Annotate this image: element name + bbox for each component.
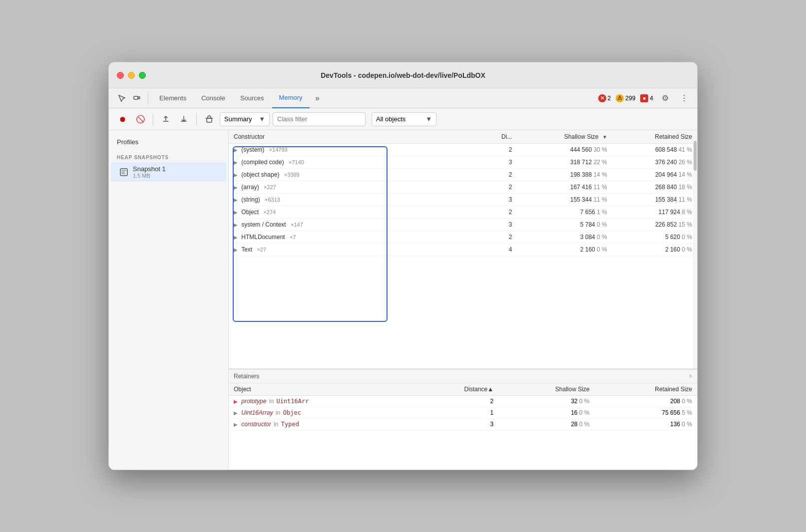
row-count: ×7 <box>290 234 296 240</box>
retainer-row[interactable]: ▶ constructor in Typed 3 28 0 % 136 0 % <box>229 419 697 430</box>
scrollbar-thumb[interactable] <box>694 141 697 171</box>
error-icon: ✕ <box>598 94 606 102</box>
col-shallow-size[interactable]: Shallow Size ▼ <box>517 130 612 144</box>
more-tabs-button[interactable]: » <box>311 91 325 105</box>
collect-garbage-button[interactable] <box>202 112 217 127</box>
row-count: ×147 <box>291 222 303 228</box>
col-retained-size[interactable]: Retained Size <box>612 130 697 144</box>
cursor-icon[interactable] <box>115 91 129 105</box>
tab-memory[interactable]: Memory <box>272 88 310 108</box>
row-name: HTMLDocument <box>241 234 285 241</box>
upload-button[interactable] <box>158 112 173 127</box>
row-distance: 2 <box>480 231 517 244</box>
tab-console[interactable]: Console <box>194 88 232 108</box>
table-row[interactable]: ▶ HTMLDocument ×7 2 3 084 0 % 5 620 0 % <box>229 231 697 244</box>
record-button[interactable]: ⏺ <box>115 112 130 127</box>
toolbar-divider-1 <box>148 92 148 104</box>
table-row[interactable]: ▶ (system) ×14793 2 444 560 30 % 608 548… <box>229 144 697 156</box>
svg-rect-2 <box>207 118 212 122</box>
col-constructor[interactable]: Constructor <box>229 130 480 144</box>
row-retained-size: 5 620 0 % <box>612 231 697 244</box>
row-retained-size: 117 924 8 % <box>612 206 697 219</box>
expand-icon[interactable]: ▶ <box>234 247 238 253</box>
close-button[interactable] <box>117 72 124 79</box>
summary-dropdown-icon: ▼ <box>259 115 265 123</box>
minimize-button[interactable] <box>128 72 135 79</box>
row-distance: 3 <box>480 156 517 169</box>
retainers-section: Retainers ≡ Object Distance▲ <box>229 370 697 470</box>
warning-icon: ⚠ <box>616 94 624 102</box>
class-filter-input[interactable] <box>273 112 366 126</box>
table-row[interactable]: ▶ (string) ×6313 3 155 344 11 % 155 384 … <box>229 194 697 206</box>
row-retained-size: 155 384 11 % <box>612 194 697 206</box>
expand-icon[interactable]: ▶ <box>234 197 238 203</box>
retainers-table-wrapper[interactable]: Object Distance▲ Shallow Size Retained S… <box>229 383 697 470</box>
retainer-ref: in <box>274 421 280 428</box>
row-count: ×6313 <box>265 197 280 203</box>
snapshot-name: Snapshot 1 <box>133 165 166 173</box>
svg-rect-1 <box>138 97 140 99</box>
table-row[interactable]: ▶ (object shape) ×3389 2 198 388 14 % 20… <box>229 169 697 181</box>
tab-sources[interactable]: Sources <box>233 88 271 108</box>
main-table: Constructor Di... Shallow Size ▼ Retaine… <box>229 130 697 256</box>
summary-select[interactable]: Summary ▼ <box>220 112 270 126</box>
retainer-distance: 3 <box>413 419 498 430</box>
expand-icon[interactable]: ▶ <box>234 172 238 178</box>
scrollbar-track[interactable] <box>693 130 697 368</box>
sidebar-title: Profiles <box>109 136 228 151</box>
action-divider-2 <box>196 113 197 125</box>
expand-icon[interactable]: ▶ <box>234 185 238 190</box>
retainer-retained-size: 75 656 5 % <box>595 407 697 419</box>
retainer-expand-icon[interactable]: ▶ <box>234 399 238 404</box>
row-count: ×227 <box>264 184 276 190</box>
ret-col-shallow-size[interactable]: Shallow Size <box>498 383 594 396</box>
row-name: Object <box>241 209 259 216</box>
retainer-expand-icon[interactable]: ▶ <box>234 410 238 416</box>
maximize-button[interactable] <box>139 72 146 79</box>
settings-icon[interactable]: ⚙ <box>658 91 672 105</box>
expand-icon[interactable]: ▶ <box>234 160 238 165</box>
info-icon: ■ <box>640 94 648 102</box>
info-badge[interactable]: ■ 4 <box>640 94 653 102</box>
ret-col-object[interactable]: Object <box>229 383 413 396</box>
retainer-object-cell: ▶ Uint16Array in Objec <box>229 407 413 419</box>
stop-button[interactable]: 🚫 <box>133 112 148 127</box>
objects-select[interactable]: All objects ▼ <box>372 112 436 126</box>
expand-icon[interactable]: ▶ <box>234 210 238 215</box>
table-row[interactable]: ▶ Text ×27 4 2 160 0 % 2 160 0 % <box>229 244 697 256</box>
table-row[interactable]: ▶ (compiled code) ×7140 3 318 712 22 % 3… <box>229 156 697 169</box>
row-distance: 2 <box>480 181 517 194</box>
retainer-shallow-size: 32 0 % <box>498 396 594 407</box>
expand-icon[interactable]: ▶ <box>234 235 238 240</box>
snapshot-size: 1.5 MB <box>133 173 166 179</box>
main-table-wrapper[interactable]: Constructor Di... Shallow Size ▼ Retaine… <box>229 130 697 370</box>
table-row[interactable]: ▶ Object ×274 2 7 656 1 % 117 924 8 % <box>229 206 697 219</box>
heap-snapshots-label: HEAP SNAPSHOTS <box>109 151 228 162</box>
row-shallow-size: 5 784 0 % <box>517 219 612 231</box>
row-count: ×3389 <box>284 172 300 178</box>
retainer-expand-icon[interactable]: ▶ <box>234 422 238 427</box>
row-name: (string) <box>241 196 260 203</box>
row-count: ×274 <box>263 209 276 215</box>
retainers-table: Object Distance▲ Shallow Size Retained S… <box>229 383 697 430</box>
table-row[interactable]: ▶ system / Context ×147 3 5 784 0 % 226 … <box>229 219 697 231</box>
row-shallow-size: 198 388 14 % <box>517 169 612 181</box>
tab-elements[interactable]: Elements <box>152 88 193 108</box>
more-options-icon[interactable]: ⋮ <box>677 91 691 105</box>
retainer-name: prototype <box>241 398 266 405</box>
error-badge[interactable]: ✕ 2 <box>598 94 611 102</box>
retainer-row[interactable]: ▶ prototype in Uint16Arr 2 32 0 % 208 0 … <box>229 396 697 407</box>
download-button[interactable] <box>176 112 191 127</box>
expand-icon[interactable]: ▶ <box>234 147 238 153</box>
ret-col-retained-size[interactable]: Retained Size <box>595 383 697 396</box>
expand-icon[interactable]: ▶ <box>234 222 238 228</box>
row-name: (compiled code) <box>241 159 284 166</box>
col-distance[interactable]: Di... <box>480 130 517 144</box>
table-row[interactable]: ▶ (array) ×227 2 167 416 11 % 268 840 18… <box>229 181 697 194</box>
warning-badge[interactable]: ⚠ 299 <box>616 94 635 102</box>
snapshot-1-item[interactable]: Snapshot 1 1.5 MB <box>111 162 226 182</box>
retainer-row[interactable]: ▶ Uint16Array in Objec 1 16 0 % 75 656 5… <box>229 407 697 419</box>
row-shallow-size: 318 712 22 % <box>517 156 612 169</box>
device-icon[interactable] <box>130 91 144 105</box>
ret-col-distance[interactable]: Distance▲ <box>413 383 498 396</box>
